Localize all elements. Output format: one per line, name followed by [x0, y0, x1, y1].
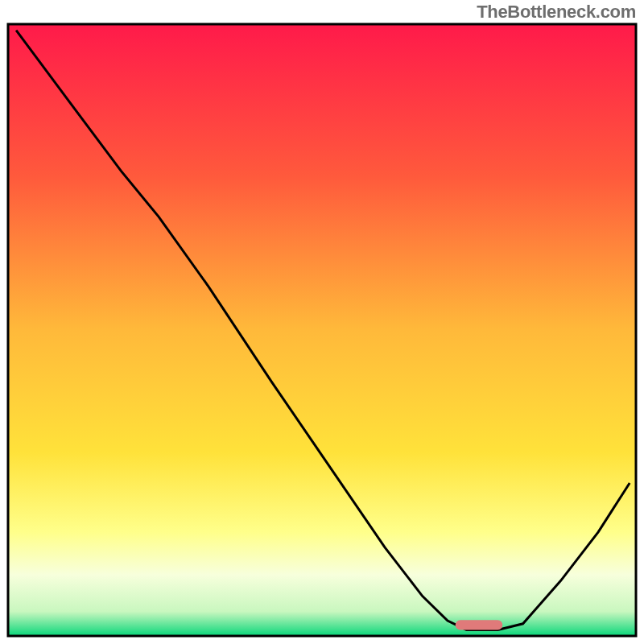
bottleneck-chart: TheBottleneck.com — [0, 0, 644, 644]
watermark-text: TheBottleneck.com — [477, 2, 636, 23]
optimal-marker — [456, 620, 503, 630]
chart-canvas — [0, 0, 644, 644]
gradient-background — [8, 24, 636, 636]
